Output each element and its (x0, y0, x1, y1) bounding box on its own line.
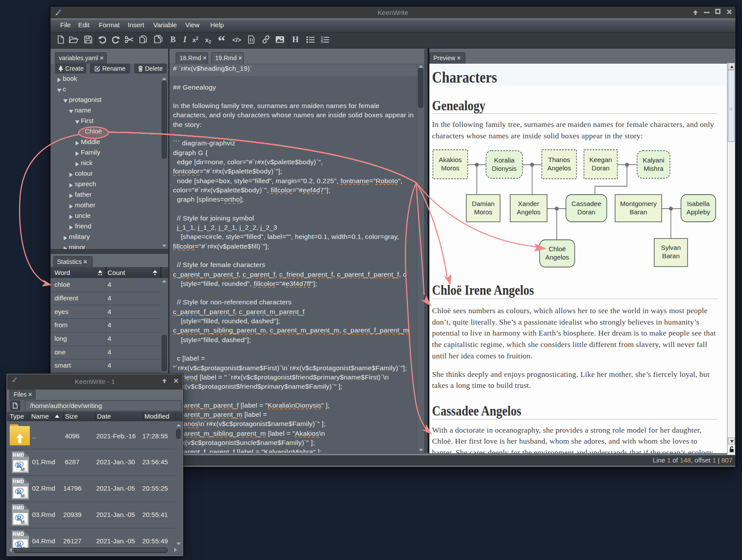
svg-text:Isabella: Isabella (687, 200, 710, 207)
svg-text:M↓: M↓ (21, 493, 27, 499)
svg-text:Baran: Baran (662, 252, 680, 260)
svg-text:Baran: Baran (630, 208, 647, 216)
svg-text:Doran: Doran (577, 208, 595, 216)
svg-text:Sylvan: Sylvan (661, 244, 681, 251)
svg-text:RMD: RMD (13, 531, 25, 537)
svg-text:RMD: RMD (13, 452, 25, 458)
svg-text:Mishra: Mishra (644, 165, 664, 172)
svg-text:Angelos: Angelos (545, 253, 569, 261)
svg-text:Xander: Xander (518, 200, 539, 207)
svg-text:Damian: Damian (472, 200, 495, 207)
svg-text:Angelos: Angelos (547, 164, 571, 172)
svg-text:Appleby: Appleby (686, 208, 710, 216)
svg-text:M↓: M↓ (21, 467, 27, 472)
svg-text:Moros: Moros (441, 164, 460, 172)
svg-text:Akakios: Akakios (439, 156, 462, 163)
svg-text:Dionysis: Dionysis (492, 165, 517, 172)
svg-text:Thanos: Thanos (548, 156, 570, 163)
svg-text:Doran: Doran (592, 164, 610, 172)
svg-text:M↓: M↓ (21, 520, 27, 525)
svg-text:Cassadee: Cassadee (572, 200, 602, 207)
svg-text:Angelos: Angelos (517, 208, 540, 216)
svg-text:Koralia: Koralia (494, 156, 515, 164)
svg-text:Moros: Moros (474, 208, 493, 216)
svg-text:Kalyani: Kalyani (643, 156, 664, 164)
svg-text:3: 3 (321, 40, 323, 44)
svg-text:RMD: RMD (13, 505, 25, 510)
svg-text:Montgomery: Montgomery (620, 200, 657, 207)
svg-text:Keegan: Keegan (589, 156, 612, 163)
svg-text:RMD: RMD (13, 479, 25, 484)
svg-text:Chloë: Chloë (548, 245, 566, 253)
